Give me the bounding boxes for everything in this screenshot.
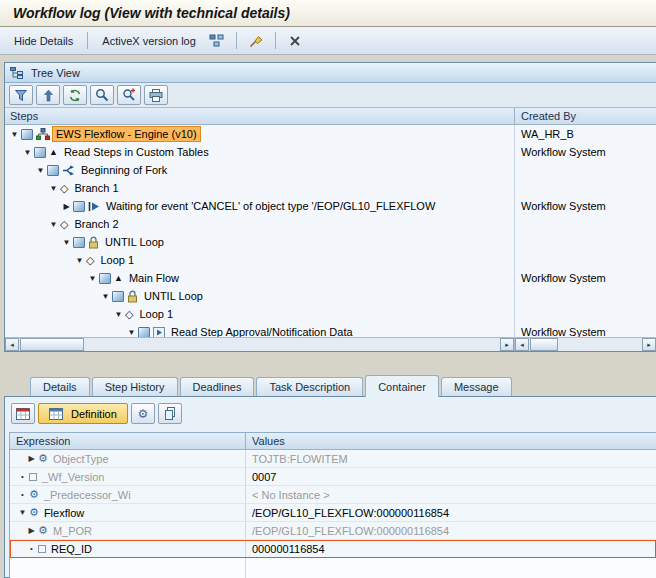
tree-node-label[interactable]: Waiting for event 'CANCEL' of object typ… bbox=[103, 199, 438, 213]
tree-row[interactable]: ▼◇Branch 1 bbox=[5, 179, 656, 197]
scroll-left-icon[interactable]: ◂ bbox=[5, 338, 19, 351]
workflow-icon bbox=[34, 147, 46, 158]
tree-node-label[interactable]: Loop 1 bbox=[97, 253, 137, 267]
container-row[interactable]: •REQ_ID000000116854 bbox=[10, 540, 656, 558]
hide-details-button[interactable]: Hide Details bbox=[8, 32, 79, 50]
table-settings-icon[interactable] bbox=[11, 403, 35, 424]
collapse-icon[interactable]: ▼ bbox=[16, 508, 29, 517]
expand-icon[interactable]: ▶ bbox=[25, 526, 38, 535]
tab-details[interactable]: Details bbox=[30, 377, 90, 396]
scroll-left-icon[interactable]: ◂ bbox=[515, 338, 529, 351]
tree-row[interactable]: ▼Beginning of Fork bbox=[5, 161, 656, 179]
collapse-icon[interactable]: ▼ bbox=[60, 238, 73, 247]
container-row[interactable]: ▶⚙M_POR/EOP/GL10_FLEXFLOW:000000116854 bbox=[10, 522, 656, 540]
object-type-icon: ⚙ bbox=[29, 507, 39, 518]
expression-value: TOJTB:FLOWITEM bbox=[246, 450, 656, 467]
tree-node-label[interactable]: Loop 1 bbox=[136, 307, 176, 321]
tree-row[interactable]: ▼◇Branch 2 bbox=[5, 215, 656, 233]
expression-value: /EOP/GL10_FLEXFLOW:000000116854 bbox=[246, 504, 656, 521]
definition-grid-icon bbox=[49, 408, 63, 420]
activex-version-log-button[interactable]: ActiveX version log bbox=[96, 32, 202, 50]
value-field-icon bbox=[29, 473, 37, 481]
container-row[interactable]: •⚙_Predecessor_Wi< No Instance > bbox=[10, 486, 656, 504]
tree-created-by-cell bbox=[515, 251, 656, 269]
tree-row[interactable]: ▼EWS Flexflow - Engine (v10)WA_HR_B bbox=[5, 125, 656, 143]
tree-created-by-cell: Workflow System bbox=[515, 323, 656, 337]
scroll-right-icon[interactable]: ▸ bbox=[642, 338, 656, 351]
scroll-thumb[interactable] bbox=[530, 338, 558, 351]
workflow-graphic-icon[interactable] bbox=[206, 31, 228, 51]
display-change-icon[interactable]: ⚙ bbox=[131, 403, 155, 424]
refresh-icon[interactable] bbox=[63, 85, 87, 105]
tree-row[interactable]: ▼▲Main FlowWorkflow System bbox=[5, 269, 656, 287]
until-loop-icon bbox=[127, 290, 138, 303]
collapse-icon[interactable]: ▼ bbox=[47, 184, 60, 193]
expression-label: Flexflow bbox=[42, 507, 84, 519]
tree-node-label[interactable]: Beginning of Fork bbox=[78, 163, 170, 177]
until-loop-icon bbox=[88, 236, 99, 249]
tree-node-label[interactable]: Branch 2 bbox=[71, 217, 121, 231]
tree-view-panel: Tree View Steps Created By ▼EWS Flexflow… bbox=[4, 62, 656, 352]
tree-row[interactable]: ▼Read Step Approval/Notification DataWor… bbox=[5, 323, 656, 337]
toolbar-separator bbox=[275, 32, 276, 49]
scroll-thumb[interactable] bbox=[20, 338, 84, 351]
collapse-icon[interactable]: ▼ bbox=[8, 130, 21, 139]
tree-node-label[interactable]: UNTIL Loop bbox=[102, 235, 167, 249]
tree-row[interactable]: ▼◇Loop 1 bbox=[5, 305, 656, 323]
tree-row[interactable]: ▼◇Loop 1 bbox=[5, 251, 656, 269]
definition-button[interactable]: Definition bbox=[38, 403, 128, 424]
tab-deadlines[interactable]: Deadlines bbox=[180, 377, 255, 396]
container-row[interactable]: ▶⚙ObjectTypeTOJTB:FLOWITEM bbox=[10, 450, 656, 468]
tree-row[interactable]: ▼▲Read Steps in Custom TablesWorkflow Sy… bbox=[5, 143, 656, 161]
tree-node-label[interactable]: Read Steps in Custom Tables bbox=[61, 145, 212, 159]
tab-strip: DetailsStep HistoryDeadlinesTask Descrip… bbox=[4, 374, 656, 397]
workflow-icon bbox=[73, 201, 85, 212]
tree-created-by-cell bbox=[515, 215, 656, 233]
column-header-created-by[interactable]: Created By bbox=[515, 108, 656, 124]
tree-column-headers: Steps Created By bbox=[5, 108, 656, 125]
tree-row[interactable]: ▼UNTIL Loop bbox=[5, 287, 656, 305]
container-row[interactable]: •_Wf_Version0007 bbox=[10, 468, 656, 486]
column-header-steps[interactable]: Steps bbox=[5, 108, 515, 124]
container-row[interactable]: ▼⚙Flexflow/EOP/GL10_FLEXFLOW:00000011685… bbox=[10, 504, 656, 522]
sort-up-icon[interactable] bbox=[36, 85, 60, 105]
collapse-icon[interactable]: ▼ bbox=[47, 220, 60, 229]
collapse-icon[interactable]: ▼ bbox=[34, 166, 47, 175]
tree-node-label[interactable]: Main Flow bbox=[126, 271, 182, 285]
scroll-right-icon[interactable]: ▸ bbox=[500, 338, 514, 351]
tab-step-history[interactable]: Step History bbox=[92, 377, 178, 396]
collapse-icon[interactable]: ▼ bbox=[86, 274, 99, 283]
services-broom-icon[interactable] bbox=[245, 31, 267, 51]
collapse-icon[interactable]: ▼ bbox=[125, 328, 138, 337]
print-icon[interactable] bbox=[144, 85, 168, 105]
filter-icon[interactable] bbox=[9, 85, 33, 105]
tab-task-description[interactable]: Task Description bbox=[256, 377, 363, 396]
container-panel: Definition⚙ Expression Values ▶⚙ObjectTy… bbox=[4, 396, 656, 578]
tab-container[interactable]: Container bbox=[365, 375, 439, 397]
tree-node-label[interactable]: Branch 1 bbox=[71, 181, 121, 195]
find-next-icon[interactable] bbox=[117, 85, 141, 105]
column-header-expression[interactable]: Expression bbox=[10, 433, 246, 449]
leaf-dot-icon: • bbox=[25, 544, 38, 553]
expand-icon[interactable]: ▶ bbox=[25, 454, 38, 463]
tree-node-label[interactable]: UNTIL Loop bbox=[141, 289, 206, 303]
definition-button-label: Definition bbox=[71, 408, 117, 420]
cancel-icon[interactable] bbox=[284, 31, 306, 51]
tree-node-label[interactable]: EWS Flexflow - Engine (v10) bbox=[53, 127, 200, 141]
scroll-track[interactable] bbox=[558, 338, 642, 351]
collapse-icon[interactable]: ▼ bbox=[99, 292, 112, 301]
tree-node-label[interactable]: Read Step Approval/Notification Data bbox=[168, 325, 356, 337]
tree-row[interactable]: ▼UNTIL Loop bbox=[5, 233, 656, 251]
copy-icon[interactable] bbox=[158, 403, 182, 424]
tree-row[interactable]: ▶Waiting for event 'CANCEL' of object ty… bbox=[5, 197, 656, 215]
expand-icon[interactable]: ▶ bbox=[60, 202, 73, 211]
collapse-icon[interactable]: ▼ bbox=[73, 256, 86, 265]
tab-message[interactable]: Message bbox=[441, 377, 512, 396]
column-header-values[interactable]: Values bbox=[246, 433, 656, 449]
find-icon[interactable] bbox=[90, 85, 114, 105]
read-step-icon bbox=[153, 327, 165, 338]
tree-created-by-cell bbox=[515, 305, 656, 323]
scroll-track[interactable] bbox=[84, 338, 500, 351]
collapse-icon[interactable]: ▼ bbox=[21, 148, 34, 157]
collapse-icon[interactable]: ▼ bbox=[112, 310, 125, 319]
